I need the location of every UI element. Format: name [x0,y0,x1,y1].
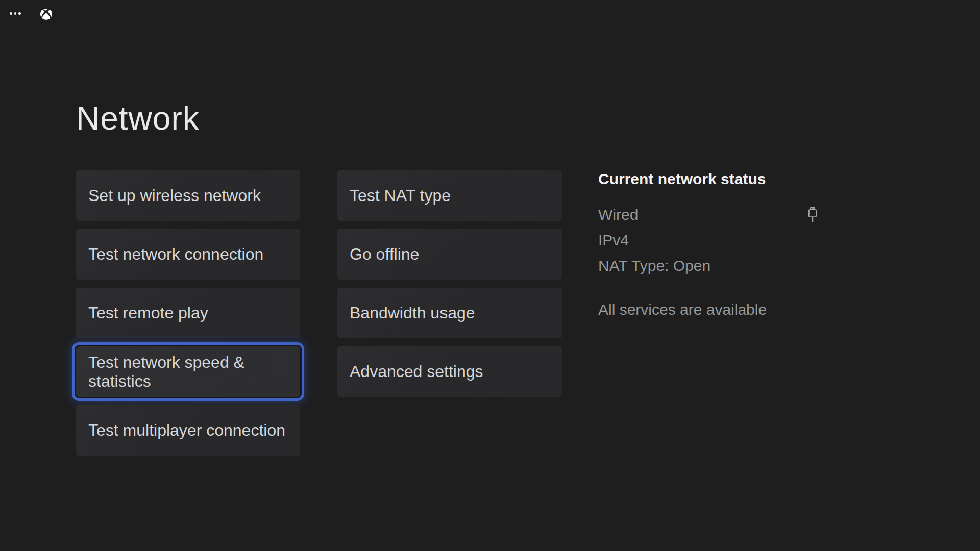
menu-button-label: Advanced settings [350,362,483,381]
network-status-panel: Current network status Wired IPv4 NAT Ty… [598,170,818,322]
menu-button-test-nat-type[interactable]: Test NAT type [337,170,562,221]
menu-button-test-network-connection[interactable]: Test network connection [76,229,300,280]
menu-button-label: Test network connection [88,245,263,264]
page-title: Network [76,102,200,135]
menu-button-label: Bandwidth usage [350,304,475,322]
menu-button-go-offline[interactable]: Go offline [337,229,562,280]
dot [18,12,21,15]
status-row-nat: NAT Type: Open [598,253,818,279]
menu-button-set-up-wireless-network[interactable]: Set up wireless network [76,170,300,221]
status-heading: Current network status [598,170,818,190]
services-status-label: All services are available [598,301,767,318]
menu-button-label: Go offline [350,245,419,264]
ellipsis-icon[interactable] [10,12,21,15]
menu-column-middle: Test NAT typeGo offlineBandwidth usageAd… [337,170,562,397]
menu-button-advanced-settings[interactable]: Advanced settings [337,346,562,397]
dot [10,12,12,15]
status-row-connection: Wired [598,202,818,228]
status-row-services: All services are available [598,297,818,322]
dot [14,12,17,15]
ethernet-plug-icon [807,207,818,223]
connection-type-label: Wired [598,206,638,223]
xbox-logo-icon[interactable] [40,8,52,20]
xbox-network-settings-screen: Network Set up wireless networkTest netw… [0,0,980,551]
menu-button-label: Test NAT type [350,186,451,205]
menu-button-bandwidth-usage[interactable]: Bandwidth usage [337,288,562,338]
menu-button-test-network-speed-statistics[interactable]: Test network speed & statistics [76,346,300,397]
menu-button-label: Set up wireless network [88,186,261,205]
menu-button-label: Test network speed & statistics [88,353,288,391]
menu-button-test-multiplayer-connection[interactable]: Test multiplayer connection [76,405,300,456]
menu-button-label: Test multiplayer connection [88,421,285,440]
menu-column-left: Set up wireless networkTest network conn… [76,170,300,456]
menu-button-label: Test remote play [88,304,208,322]
status-row-ip: IPv4 [598,228,818,253]
menu-button-test-remote-play[interactable]: Test remote play [76,288,300,338]
ip-version-label: IPv4 [598,232,629,249]
nat-type-label: NAT Type: Open [598,257,710,274]
